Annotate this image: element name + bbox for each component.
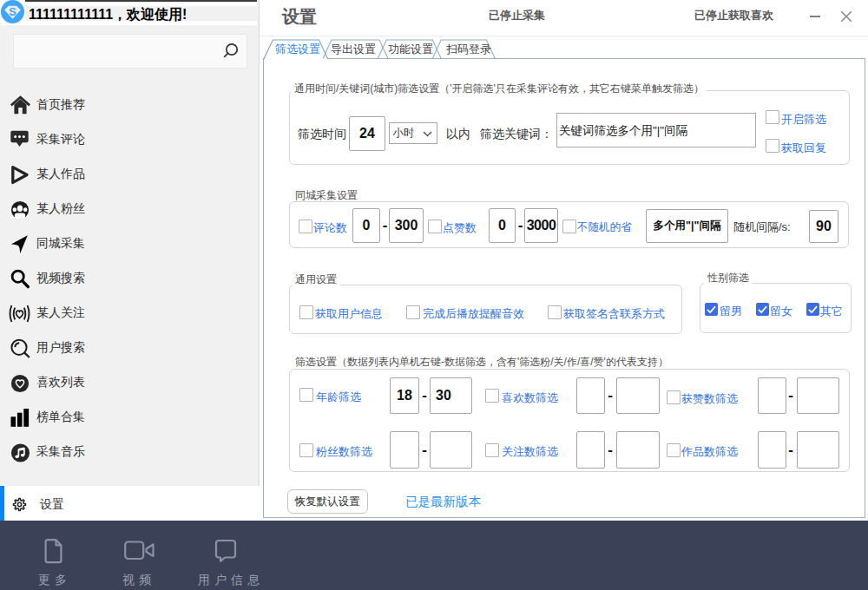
svg-text:S: S: [9, 5, 16, 18]
